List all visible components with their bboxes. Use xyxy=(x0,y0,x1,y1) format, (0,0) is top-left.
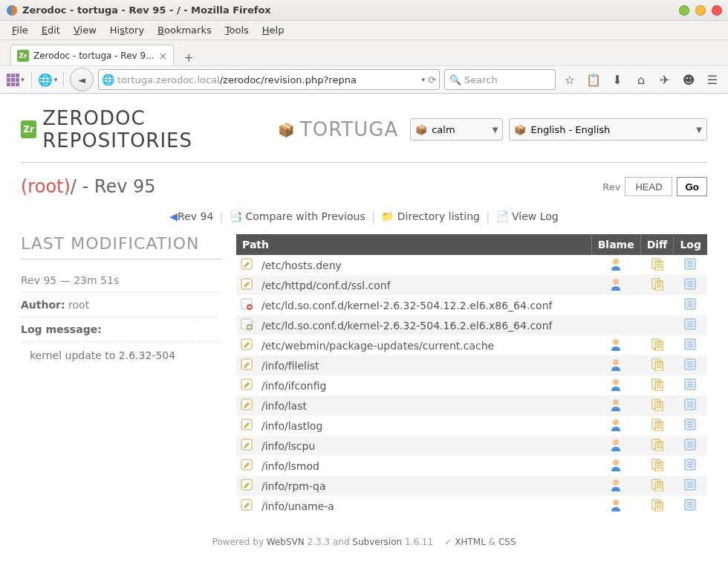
file-path[interactable]: /info/filelist xyxy=(257,355,591,375)
compare-link[interactable]: Compare with Previous xyxy=(245,210,365,222)
blame-button[interactable] xyxy=(591,496,640,516)
diff-button[interactable] xyxy=(640,335,674,355)
url-text: tortuga.zerodoc.local/zerodoc/revision.p… xyxy=(117,74,417,85)
websvn-link[interactable]: WebSVN xyxy=(267,537,305,547)
rev-input[interactable] xyxy=(625,177,672,196)
blame-button[interactable] xyxy=(591,255,640,275)
blame-button[interactable] xyxy=(591,355,640,375)
menu-view[interactable]: View xyxy=(68,23,103,37)
tab-close-button[interactable]: × xyxy=(159,50,168,62)
blame-button[interactable] xyxy=(591,416,640,436)
file-path[interactable]: /info/ifconfig xyxy=(257,375,591,396)
blame-button[interactable] xyxy=(591,436,640,456)
window-close-button[interactable] xyxy=(712,5,722,16)
log-button[interactable] xyxy=(674,416,707,436)
diff-button[interactable] xyxy=(640,255,674,275)
clipboard-icon[interactable]: 📋 xyxy=(584,70,603,89)
root-link[interactable]: (root) xyxy=(21,176,71,197)
blame-button[interactable] xyxy=(591,335,640,355)
downloads-icon[interactable]: ⬇ xyxy=(608,70,627,89)
blame-button[interactable] xyxy=(591,275,640,295)
apps-icon[interactable]: ▾ xyxy=(6,70,25,89)
svg-point-2 xyxy=(613,259,619,265)
blame-button[interactable] xyxy=(591,375,640,396)
svg-point-56 xyxy=(613,480,619,485)
diff-button[interactable] xyxy=(640,496,674,516)
log-button[interactable] xyxy=(674,275,707,295)
language-dropdown[interactable]: 📦 English - English ▼ xyxy=(509,118,707,141)
file-path[interactable]: /info/rpm-qa xyxy=(257,476,591,496)
window-maximize-button[interactable] xyxy=(695,5,706,16)
log-button[interactable] xyxy=(674,255,707,275)
file-path[interactable]: /etc/webmin/package-updates/current.cach… xyxy=(257,335,591,355)
menu-bookmarks[interactable]: Bookmarks xyxy=(152,23,218,37)
new-tab-button[interactable]: + xyxy=(178,49,199,65)
send-icon[interactable]: ✈ xyxy=(655,70,675,89)
log-button[interactable] xyxy=(674,335,707,355)
log-button[interactable] xyxy=(674,496,707,516)
file-path[interactable]: /info/uname-a xyxy=(257,496,591,516)
file-path[interactable]: /info/lsmod xyxy=(257,456,591,476)
col-blame: Blame xyxy=(591,234,640,255)
subversion-link[interactable]: Subversion xyxy=(352,537,402,547)
reload-button[interactable]: ⟳ xyxy=(428,74,436,85)
diff-button[interactable] xyxy=(640,375,674,396)
log-button[interactable] xyxy=(674,476,707,496)
package-icon: 📦 xyxy=(514,124,526,135)
menu-tools[interactable]: Tools xyxy=(219,23,255,37)
theme-dropdown[interactable]: 📦 calm ▼ xyxy=(410,118,503,141)
log-button[interactable] xyxy=(674,315,707,335)
url-dropdown-icon[interactable]: ▾ xyxy=(422,76,426,83)
table-row: /info/lsmod xyxy=(236,456,707,476)
file-path[interactable]: /etc/ld.so.conf.d/kernel-2.6.32-504.16.2… xyxy=(257,315,591,335)
site-identity-icon[interactable]: 🌐 xyxy=(102,74,114,85)
menu-help[interactable]: Help xyxy=(256,23,290,37)
file-path[interactable]: /etc/hosts.deny xyxy=(257,255,591,275)
url-bar[interactable]: 🌐 tortuga.zerodoc.local/zerodoc/revision… xyxy=(98,69,440,90)
log-button[interactable] xyxy=(674,456,707,476)
diff-button[interactable] xyxy=(640,416,674,436)
menu-history[interactable]: History xyxy=(104,23,150,37)
bookmark-star-icon[interactable]: ☆ xyxy=(560,70,579,89)
file-status-icon xyxy=(236,436,257,456)
back-button[interactable]: ◄ xyxy=(70,68,94,91)
prev-rev-link[interactable]: Rev 94 xyxy=(178,210,213,222)
view-log-link[interactable]: View Log xyxy=(512,210,559,222)
prev-arrow-icon: ◀ xyxy=(169,210,178,222)
log-button[interactable] xyxy=(674,355,707,375)
browser-tab[interactable]: Zr Zerodoc - tortuga - Rev 9... × xyxy=(10,45,174,65)
globe-icon[interactable]: 🌐▾ xyxy=(38,70,57,89)
hamburger-menu-icon[interactable]: ☰ xyxy=(703,70,722,89)
file-path[interactable]: /etc/ld.so.conf.d/kernel-2.6.32-504.12.2… xyxy=(257,295,591,315)
menu-edit[interactable]: Edit xyxy=(36,23,66,37)
file-path[interactable]: /etc/httpd/conf.d/ssl.conf xyxy=(257,275,591,295)
diff-button[interactable] xyxy=(640,355,674,375)
blame-button[interactable] xyxy=(591,396,640,416)
file-path[interactable]: /info/lscpu xyxy=(257,436,591,456)
package-icon: 📦 xyxy=(415,124,427,135)
face-icon[interactable]: ☻ xyxy=(679,70,698,89)
diff-button[interactable] xyxy=(640,275,674,295)
log-button[interactable] xyxy=(674,295,707,315)
diff-button[interactable] xyxy=(640,436,674,456)
blame-button[interactable] xyxy=(591,456,640,476)
window-minimize-button[interactable] xyxy=(679,5,689,16)
file-path[interactable]: /info/last xyxy=(257,396,591,416)
blame-button[interactable] xyxy=(591,476,640,496)
search-bar[interactable]: 🔍 Search xyxy=(444,69,556,90)
file-path[interactable]: /info/lastlog xyxy=(257,416,591,436)
log-button[interactable] xyxy=(674,375,707,396)
menu-file[interactable]: File xyxy=(6,23,34,37)
favicon: Zr xyxy=(17,50,29,62)
css-link[interactable]: CSS xyxy=(498,537,516,547)
directory-listing-link[interactable]: Directory listing xyxy=(397,210,480,222)
go-button[interactable]: Go xyxy=(677,177,707,196)
diff-button[interactable] xyxy=(640,456,674,476)
xhtml-link[interactable]: XHTML xyxy=(455,537,486,547)
diff-button[interactable] xyxy=(640,476,674,496)
log-button[interactable] xyxy=(674,436,707,456)
diff-button[interactable] xyxy=(640,396,674,416)
log-button[interactable] xyxy=(674,396,707,416)
home-icon[interactable]: ⌂ xyxy=(631,70,651,89)
table-row: /etc/ld.so.conf.d/kernel-2.6.32-504.16.2… xyxy=(236,315,707,335)
